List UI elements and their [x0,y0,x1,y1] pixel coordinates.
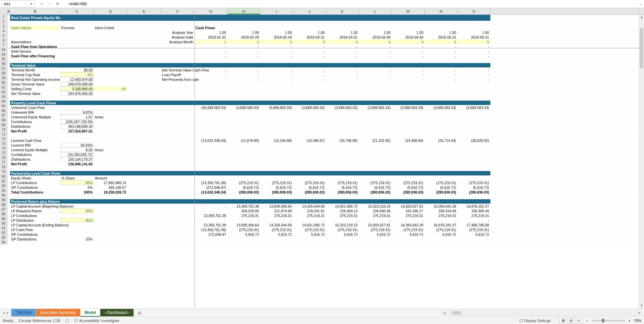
row-header[interactable]: 79 [0,170,7,174]
cell[interactable]: Levered Cash Flow [10,138,60,143]
cell[interactable]: 3,100,993.50 [60,87,94,91]
cell[interactable] [195,162,227,166]
cell[interactable] [60,40,94,44]
cell[interactable]: Net Proceeds from sale [161,77,195,82]
row-header[interactable]: 94 [0,240,7,245]
cell[interactable] [161,133,195,138]
cell[interactable] [60,54,94,58]
cell[interactable] [94,213,127,218]
cell[interactable]: (275,219.31) [326,227,359,232]
cell[interactable]: 272,646.97 [195,232,227,236]
cell[interactable] [127,209,161,213]
row-header[interactable]: 74 [0,146,7,151]
cell[interactable] [425,63,458,67]
cell[interactable] [195,21,227,25]
cell[interactable] [293,21,326,25]
cells[interactable]: Real Estate Private Equity ModelInsert V… [7,15,644,245]
cell[interactable] [260,176,293,180]
cell[interactable]: 2018-02-28 [260,35,293,39]
row-header[interactable]: 7 [0,43,7,48]
cell[interactable]: 1.00 [326,30,359,35]
cell[interactable] [392,87,425,91]
cell[interactable]: - [293,68,326,72]
cell[interactable] [326,58,359,63]
cell[interactable]: Terminal Month [10,68,60,72]
cell[interactable]: % Share [60,176,94,180]
cell[interactable]: - [425,72,458,77]
cell[interactable]: LP Capital Account (Ending Balance) [10,223,60,227]
cell[interactable]: 5,616.72 [458,232,490,236]
cell[interactable] [359,58,392,63]
cell[interactable] [359,199,392,204]
cell[interactable] [127,30,161,35]
cell[interactable] [425,143,458,147]
cell[interactable]: 13,359,701.38 [195,223,227,227]
cell[interactable]: 157,910,867.01 [60,129,94,133]
cell[interactable]: Analysis Month [161,40,195,44]
cell[interactable] [392,157,425,161]
row-header[interactable]: 6 [0,38,7,43]
cell[interactable]: - [458,68,490,72]
cell[interactable] [60,171,94,175]
vertical-scrollbar[interactable]: ▴ ▾ [639,15,644,309]
cell[interactable] [7,96,10,100]
cell[interactable] [458,152,490,157]
cell[interactable]: Selling Costs [10,87,60,91]
cell[interactable] [7,223,10,227]
cell[interactable] [359,129,392,133]
cell[interactable] [195,96,227,100]
cell[interactable]: (5,616.72) [227,185,260,190]
cell[interactable] [10,133,60,138]
cell[interactable] [392,237,425,241]
cell[interactable] [7,105,10,110]
cell[interactable]: - [195,72,227,77]
cell[interactable] [392,162,425,166]
cell[interactable] [392,199,425,204]
cell[interactable] [458,166,490,171]
column-header-H[interactable]: H [227,8,260,14]
cell[interactable] [425,237,458,241]
cell[interactable] [94,237,127,241]
cell[interactable] [94,162,127,166]
cell[interactable]: 5,616.72 [260,232,293,236]
cell[interactable]: 13,839,450.64 [260,204,293,208]
cell[interactable] [7,213,10,218]
cell[interactable] [94,105,127,110]
cell[interactable]: 155,104,170.37 [60,157,94,161]
cell[interactable]: times [94,115,127,119]
cell[interactable]: Amount [94,176,127,180]
cell[interactable] [293,58,326,63]
cell[interactable] [326,101,359,105]
cell[interactable] [127,87,161,91]
cell[interactable]: 1% [94,87,127,91]
cell[interactable] [7,40,10,44]
cell[interactable] [326,21,359,25]
cell[interactable] [260,171,293,175]
cell[interactable]: - [293,54,326,58]
cell[interactable] [227,237,260,241]
cell[interactable] [161,185,195,190]
cell[interactable]: (235,287,733.33) [60,119,94,124]
cell[interactable] [94,68,127,72]
cell[interactable] [10,21,60,25]
cell[interactable]: 5,616.72 [227,232,260,236]
cell[interactable] [127,176,161,180]
cell[interactable] [7,101,10,105]
cell[interactable] [94,35,127,39]
cell[interactable] [127,204,161,208]
cell[interactable]: (275,219.31) [293,227,326,232]
cell[interactable]: Unlevered Equity Multiple [10,115,60,119]
cell[interactable] [260,21,293,25]
cell[interactable]: Gross Terminal Value [10,82,60,86]
cell[interactable] [293,129,326,133]
column-header-N[interactable]: N [425,8,458,14]
cell[interactable] [227,25,260,30]
cell[interactable] [392,176,425,180]
cell[interactable] [227,124,260,128]
row-header[interactable]: 1 [0,15,7,19]
cell[interactable] [161,138,195,143]
cell[interactable] [161,58,195,63]
cell[interactable]: 2018-02-28 [227,35,260,39]
cell[interactable]: 10% [60,237,94,241]
cell[interactable] [293,171,326,175]
